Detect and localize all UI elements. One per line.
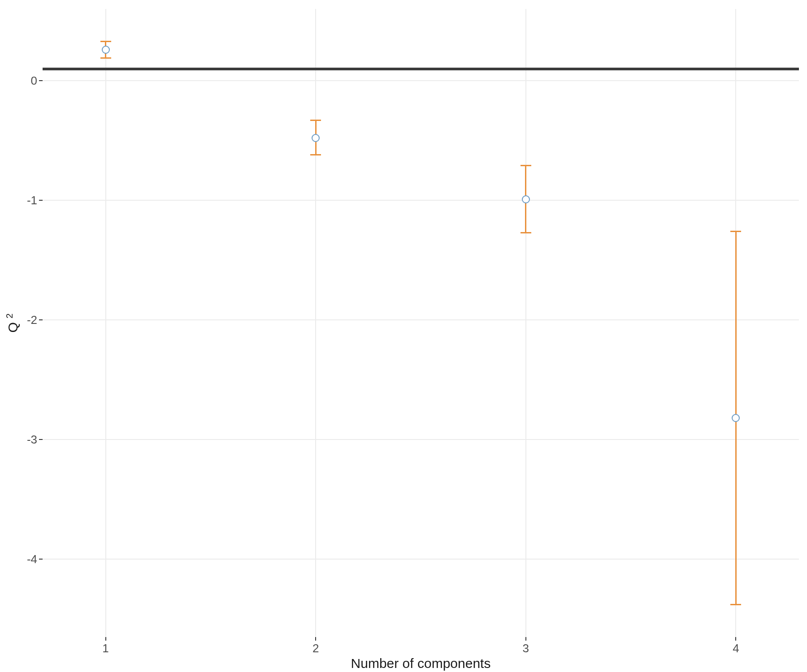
grid-line-horizontal — [43, 559, 799, 560]
x-tick-mark — [525, 637, 526, 641]
x-tick-mark — [315, 637, 316, 641]
data-point — [312, 134, 320, 142]
grid-line-horizontal — [43, 319, 799, 320]
plot-panel — [43, 9, 800, 638]
x-tick-label: 2 — [312, 642, 319, 655]
data-point — [102, 46, 110, 54]
y-tick-mark — [39, 200, 43, 201]
y-tick-label: -2 — [27, 313, 37, 327]
data-point — [522, 195, 530, 203]
y-tick-mark — [39, 439, 43, 440]
x-tick-mark — [105, 637, 106, 641]
y-tick-mark — [39, 559, 43, 560]
grid-line-horizontal — [43, 200, 799, 201]
y-tick-label: -3 — [27, 433, 37, 447]
y-tick-label: -1 — [27, 194, 37, 207]
error-cap-top — [521, 165, 531, 166]
grid-line-vertical — [105, 9, 106, 637]
grid-line-vertical — [525, 9, 526, 637]
x-tick-label: 4 — [733, 642, 739, 655]
error-cap-bottom — [310, 154, 321, 155]
data-point — [732, 414, 740, 422]
x-tick-label: 3 — [523, 642, 529, 655]
grid-line-vertical — [315, 9, 316, 637]
reference-hline — [43, 68, 799, 70]
x-tick-mark — [735, 637, 736, 641]
error-cap-top — [730, 231, 741, 232]
grid-line-horizontal — [43, 80, 799, 81]
error-cap-bottom — [100, 57, 111, 59]
y-tick-mark — [39, 319, 43, 320]
y-axis-title: Q 2 — [4, 314, 21, 333]
chart-container: Number of components Q 2 1234-4-3-2-10 — [0, 0, 807, 672]
x-axis-title: Number of components — [351, 656, 491, 671]
grid-line-horizontal — [43, 439, 799, 440]
error-cap-bottom — [521, 232, 531, 233]
y-tick-label: 0 — [31, 74, 37, 88]
y-tick-label: -4 — [27, 552, 37, 566]
error-cap-top — [100, 41, 111, 42]
y-tick-mark — [39, 80, 43, 81]
error-cap-top — [310, 120, 321, 121]
x-tick-label: 1 — [102, 642, 108, 655]
error-cap-bottom — [730, 604, 741, 605]
